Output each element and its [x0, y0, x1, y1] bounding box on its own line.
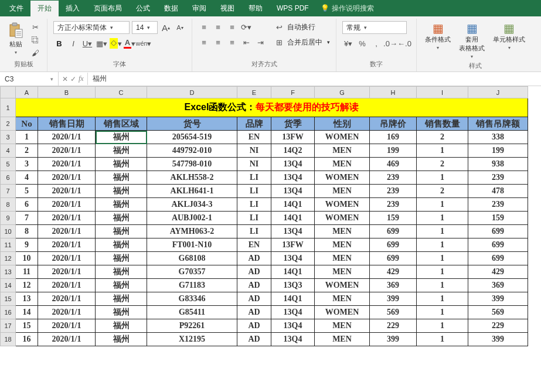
row-header[interactable]: 14: [1, 279, 16, 292]
row-header[interactable]: 5: [1, 158, 16, 171]
fill-color-button[interactable]: ◇▾: [110, 38, 121, 49]
data-cell[interactable]: 14Q2: [271, 144, 315, 158]
row-header[interactable]: 18: [1, 333, 16, 346]
data-cell[interactable]: 159: [370, 212, 417, 225]
title-cell[interactable]: Excel函数公式：每天都要使用的技巧解读: [16, 98, 528, 117]
data-cell[interactable]: G70357: [147, 265, 237, 279]
header-cell[interactable]: 货号: [147, 117, 237, 131]
bold-button[interactable]: B: [53, 38, 65, 49]
decrease-font-button[interactable]: A▾: [174, 22, 186, 33]
data-cell[interactable]: FT001-N10: [147, 238, 237, 252]
data-cell[interactable]: 429: [468, 265, 528, 279]
data-cell[interactable]: 239: [370, 171, 417, 185]
row-header[interactable]: 15: [1, 292, 16, 306]
row-header[interactable]: 3: [1, 131, 16, 144]
menu-tab-0[interactable]: 文件: [2, 1, 30, 16]
data-cell[interactable]: 469: [370, 158, 417, 171]
insert-function-button[interactable]: fx: [79, 74, 84, 83]
data-cell[interactable]: 11: [16, 265, 38, 279]
data-cell[interactable]: AUBJ002-1: [147, 212, 237, 225]
data-cell[interactable]: 14Q1: [271, 265, 315, 279]
row-header[interactable]: 13: [1, 265, 16, 279]
data-cell[interactable]: 2: [417, 185, 468, 198]
name-box[interactable]: C3▾: [0, 72, 59, 86]
data-cell[interactable]: 9: [16, 238, 38, 252]
data-cell[interactable]: 13Q4: [271, 158, 315, 171]
data-cell[interactable]: 569: [370, 306, 417, 319]
col-header[interactable]: B: [38, 87, 96, 98]
data-cell[interactable]: 699: [370, 238, 417, 252]
data-cell[interactable]: 13Q4: [271, 319, 315, 333]
header-cell[interactable]: 品牌: [237, 117, 271, 131]
data-cell[interactable]: 159: [468, 212, 528, 225]
data-cell[interactable]: 1: [417, 198, 468, 212]
data-cell[interactable]: MEN: [315, 185, 370, 198]
data-cell[interactable]: 13Q4: [271, 252, 315, 265]
menu-tab-1[interactable]: 开始: [30, 1, 59, 16]
data-cell[interactable]: MEN: [315, 333, 370, 346]
data-cell[interactable]: 2020/1/1: [38, 131, 96, 144]
data-cell[interactable]: 福州: [96, 319, 147, 333]
data-cell[interactable]: 199: [370, 144, 417, 158]
data-cell[interactable]: 1: [417, 252, 468, 265]
data-cell[interactable]: 7: [16, 212, 38, 225]
data-cell[interactable]: 399: [370, 292, 417, 306]
data-cell[interactable]: G71183: [147, 279, 237, 292]
increase-font-button[interactable]: A▴: [160, 22, 172, 33]
data-cell[interactable]: AKLH558-2: [147, 171, 237, 185]
row-header[interactable]: 2: [1, 117, 16, 131]
data-cell[interactable]: 2020/1/1: [38, 198, 96, 212]
data-cell[interactable]: MEN: [315, 144, 370, 158]
data-cell[interactable]: 2020/1/1: [38, 333, 96, 346]
row-header[interactable]: 4: [1, 144, 16, 158]
data-cell[interactable]: 12: [16, 279, 38, 292]
data-cell[interactable]: 15: [16, 319, 38, 333]
row-header[interactable]: 7: [1, 185, 16, 198]
data-cell[interactable]: 429: [370, 265, 417, 279]
data-cell[interactable]: EN: [237, 238, 271, 252]
data-cell[interactable]: LI: [237, 171, 271, 185]
data-cell[interactable]: 569: [468, 306, 528, 319]
data-cell[interactable]: P92261: [147, 319, 237, 333]
header-cell[interactable]: 销售区域: [96, 117, 147, 131]
header-cell[interactable]: 销售日期: [38, 117, 96, 131]
paste-button[interactable]: 粘贴 ▾: [6, 21, 26, 56]
data-cell[interactable]: 205654-519: [147, 131, 237, 144]
row-header[interactable]: 12: [1, 252, 16, 265]
data-cell[interactable]: 6: [16, 198, 38, 212]
data-cell[interactable]: 13FW: [271, 238, 315, 252]
data-cell[interactable]: EN: [237, 131, 271, 144]
data-cell[interactable]: 福州: [96, 212, 147, 225]
row-header[interactable]: 10: [1, 225, 16, 238]
data-cell[interactable]: AD: [237, 319, 271, 333]
data-cell[interactable]: AD: [237, 252, 271, 265]
data-cell[interactable]: MEN: [315, 252, 370, 265]
data-cell[interactable]: 1: [417, 171, 468, 185]
data-cell[interactable]: MEN: [315, 265, 370, 279]
data-cell[interactable]: 699: [468, 252, 528, 265]
data-cell[interactable]: WOMEN: [315, 279, 370, 292]
header-cell[interactable]: 货季: [271, 117, 315, 131]
data-cell[interactable]: 13Q4: [271, 171, 315, 185]
data-cell[interactable]: 1: [417, 333, 468, 346]
data-cell[interactable]: MEN: [315, 158, 370, 171]
data-cell[interactable]: LI: [237, 225, 271, 238]
data-cell[interactable]: 2020/1/1: [38, 171, 96, 185]
data-cell[interactable]: MEN: [315, 238, 370, 252]
conditional-format-button[interactable]: ▦条件格式▾: [423, 21, 453, 52]
align-bottom-button[interactable]: ≡: [226, 21, 238, 33]
data-cell[interactable]: 2: [417, 158, 468, 171]
data-cell[interactable]: WOMEN: [315, 131, 370, 144]
data-cell[interactable]: 福州: [96, 131, 147, 144]
data-cell[interactable]: 2020/1/1: [38, 158, 96, 171]
row-header[interactable]: 9: [1, 212, 16, 225]
data-cell[interactable]: 福州: [96, 333, 147, 346]
align-center-button[interactable]: ≡: [212, 36, 224, 48]
data-cell[interactable]: 239: [468, 171, 528, 185]
data-cell[interactable]: 699: [370, 252, 417, 265]
data-cell[interactable]: 福州: [96, 158, 147, 171]
data-cell[interactable]: AD: [237, 292, 271, 306]
data-cell[interactable]: AKLH641-1: [147, 185, 237, 198]
menu-tab-4[interactable]: 公式: [129, 1, 157, 16]
data-cell[interactable]: G68108: [147, 252, 237, 265]
